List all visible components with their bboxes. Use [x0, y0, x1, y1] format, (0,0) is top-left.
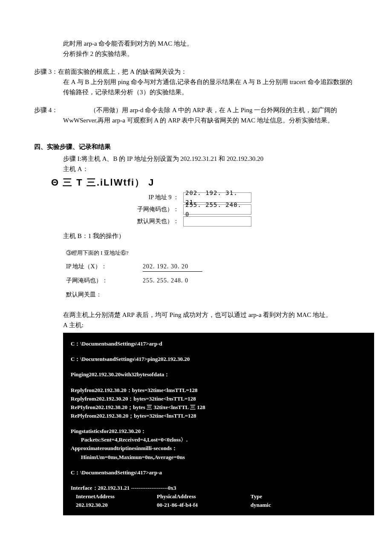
intro-block: 此时用 arp-a 命令能否看到对方的 MAC 地址。 分析操作 2 的实验结果…	[63, 38, 358, 59]
gateway-label-b: 默认网关皿：	[66, 290, 143, 299]
form-host-a: IP 地址 9 ： 202. 192. 31. 21 子网俺码也）： 255. …	[128, 192, 358, 227]
document-page: 此时用 arp-a 命令能否看到对方的 MAC 地址。 分析操作 2 的实验结果…	[0, 0, 392, 555]
term-line: C：\DocumentsandSettings\417>arp-a	[71, 468, 366, 477]
host-b-label: 主机 B：1 我的操作）	[63, 231, 358, 241]
step-3-line-1: 在前面实验的根底上，把 A 的缺省网关设为：	[58, 68, 187, 75]
term-line: Approximateroundtriptinesinmilli-seconds…	[71, 444, 366, 453]
term-row-col2: 00-21-86-4f-b4-f4	[157, 501, 251, 509]
term-line: C：\DocuπentsandSettings\417>ping202.192.…	[71, 355, 366, 363]
term-line: Packets:Sent=4,Received=4,Lost=0<0zloss〉…	[71, 436, 366, 444]
mask-label-a: 子网俺码也）：	[128, 205, 183, 214]
term-line: Pinging202.192.30.20with32bytesofdata：	[71, 370, 366, 379]
form-host-b: ③瞪用下面的 I 亚地址⑥? IP 地址（X）： 202. 192. 30. 2…	[66, 249, 358, 299]
step-4-body: （不用做）用 arp-d 命令去除 A 中的 ARP 表，在 A 上 Ping …	[63, 105, 358, 125]
term-header-col3: Type	[251, 492, 302, 501]
arp-paragraph: 在两主机上分别清楚 ARP 表后，均可 Ping 成功对方，也可以通过 arp-…	[63, 310, 358, 320]
section-4-head: 四、实验步骤、记录和结果	[34, 142, 358, 152]
term-header-col1: InternetAddress	[76, 492, 157, 501]
step-4-label: 步骤 4：	[34, 105, 58, 115]
mask-label-b: 子网淹码也）：	[66, 276, 143, 285]
term-line: RePlyfrom202.192.30.20；bytes=32tine<lnsT…	[71, 412, 366, 420]
host-a-label: 主机 A：	[63, 164, 358, 174]
mask-field-b[interactable]: 255. 255. 248. 0	[143, 276, 202, 285]
a-host-label: A 主机:	[63, 320, 358, 330]
step-i: 步骤 I:将主机 A、B 的 IP 地址分别设置为 202.192.31.21 …	[63, 154, 358, 164]
terminal-output: C：\DocumentsandSettings\417>arp-d C：\Doc…	[63, 333, 374, 515]
ip-label-b: IP 地址（X）：	[66, 262, 143, 271]
gateway-label-a: 默认网关也）：	[128, 217, 183, 226]
intro-line-2: 分析操作 2 的实验结果。	[63, 49, 358, 59]
term-line: HinimUm=0ms,Maximun=0ns,Average=0ns	[71, 453, 366, 462]
gateway-field-a[interactable]	[183, 216, 251, 227]
step-3-body: 在 A 与 B 上分别用 ping 命令与对方通信,记录各自的显示结果在 A 与…	[63, 77, 358, 97]
option-label-b: ③瞪用下面的 I 亚地址⑥?	[66, 249, 133, 258]
term-row-col1: 202.192.30.20	[76, 501, 157, 509]
term-row-col3: dynamic	[251, 501, 302, 509]
term-line: C：\DocumentsandSettings\417>arp-d	[71, 340, 366, 348]
term-line: Interface：202.192.31.21 ----------------…	[71, 484, 366, 492]
term-header-col2: PhysicalAddress	[157, 492, 251, 501]
term-line: RePIyfron202.192.30.20；bytes 三 32tiπe<ln…	[71, 403, 366, 412]
ip-field-b[interactable]: 202. 192. 30. 20	[143, 262, 202, 272]
mask-field-a[interactable]: 255. 255. 248. 0	[183, 204, 251, 215]
intro-line-1: 此时用 arp-a 命令能否看到对方的 MAC 地址。	[63, 38, 358, 49]
term-line: Replyfron202.192.30.20：bytes=32time<lmsT…	[71, 386, 366, 395]
ip-label-a: IP 地址 9 ：	[128, 193, 183, 202]
step-3-label: 步骤 3：	[34, 67, 58, 77]
term-line: Replyfrom202.192.30.20：bytes=32tine<lπsT…	[71, 395, 366, 403]
term-line: Pingstatisticsfor202.192.30.20：	[71, 427, 366, 436]
step-4: 步骤 4： （不用做）用 arp-d 命令去除 A 中的 ARP 表，在 A 上…	[34, 105, 358, 125]
step-3: 步骤 3：在前面实验的根底上，把 A 的缺省网关设为： 在 A 与 B 上分别用…	[34, 67, 358, 97]
